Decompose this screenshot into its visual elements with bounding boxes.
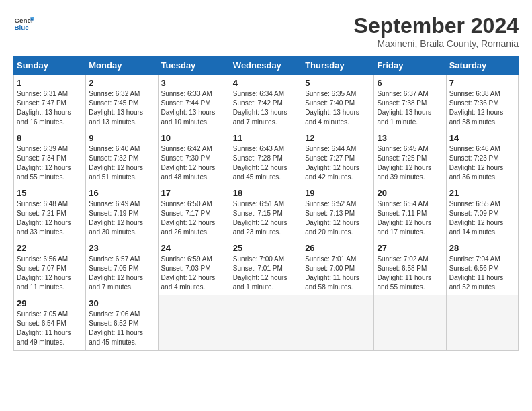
day-detail: Sunrise: 6:48 AMSunset: 7:21 PMDaylight:… (17, 200, 71, 236)
day-detail: Sunrise: 6:46 AMSunset: 7:23 PMDaylight:… (449, 145, 504, 181)
day-number: 17 (161, 188, 227, 198)
day-detail: Sunrise: 7:01 AMSunset: 7:00 PMDaylight:… (305, 255, 359, 291)
table-row: 11 Sunrise: 6:43 AMSunset: 7:28 PMDaylig… (230, 130, 302, 185)
calendar-week-row: 22 Sunrise: 6:56 AMSunset: 7:07 PMDaylig… (14, 240, 519, 295)
day-detail: Sunrise: 6:59 AMSunset: 7:03 PMDaylight:… (161, 255, 216, 291)
weekday-header-row: Sunday Monday Tuesday Wednesday Thursday… (14, 56, 519, 75)
table-row (374, 295, 446, 351)
day-detail: Sunrise: 7:05 AMSunset: 6:54 PMDaylight:… (17, 310, 71, 346)
day-number: 19 (305, 188, 371, 198)
table-row: 23 Sunrise: 6:57 AMSunset: 7:05 PMDaylig… (86, 240, 158, 295)
day-detail: Sunrise: 7:02 AMSunset: 6:58 PMDaylight:… (377, 255, 431, 291)
day-number: 28 (449, 243, 515, 253)
table-row: 22 Sunrise: 6:56 AMSunset: 7:07 PMDaylig… (14, 240, 86, 295)
day-detail: Sunrise: 6:38 AMSunset: 7:36 PMDaylight:… (449, 90, 504, 126)
day-detail: Sunrise: 7:00 AMSunset: 7:01 PMDaylight:… (233, 255, 287, 291)
day-number: 24 (161, 243, 227, 253)
day-number: 21 (449, 188, 515, 198)
day-number: 30 (89, 298, 154, 308)
calendar-week-row: 29 Sunrise: 7:05 AMSunset: 6:54 PMDaylig… (14, 295, 519, 351)
day-detail: Sunrise: 6:54 AMSunset: 7:11 PMDaylight:… (377, 200, 431, 236)
day-number: 3 (161, 78, 227, 88)
day-number: 8 (17, 133, 83, 143)
day-detail: Sunrise: 6:51 AMSunset: 7:15 PMDaylight:… (233, 200, 287, 236)
day-number: 9 (89, 133, 154, 143)
day-detail: Sunrise: 6:52 AMSunset: 7:13 PMDaylight:… (305, 200, 359, 236)
table-row: 24 Sunrise: 6:59 AMSunset: 7:03 PMDaylig… (158, 240, 230, 295)
table-row: 13 Sunrise: 6:45 AMSunset: 7:25 PMDaylig… (374, 130, 446, 185)
calendar-week-row: 15 Sunrise: 6:48 AMSunset: 7:21 PMDaylig… (14, 185, 519, 240)
header-friday: Friday (374, 56, 446, 75)
day-detail: Sunrise: 6:34 AMSunset: 7:42 PMDaylight:… (233, 90, 287, 126)
day-detail: Sunrise: 6:40 AMSunset: 7:32 PMDaylight:… (89, 145, 143, 181)
calendar-subtitle: Maxineni, Braila County, Romania (354, 38, 519, 49)
day-detail: Sunrise: 6:32 AMSunset: 7:45 PMDaylight:… (89, 90, 143, 126)
table-row: 28 Sunrise: 7:04 AMSunset: 6:56 PMDaylig… (446, 240, 518, 295)
day-detail: Sunrise: 6:37 AMSunset: 7:38 PMDaylight:… (377, 90, 431, 126)
table-row (446, 295, 518, 351)
header-sunday: Sunday (14, 56, 86, 75)
day-number: 29 (17, 298, 83, 308)
table-row: 14 Sunrise: 6:46 AMSunset: 7:23 PMDaylig… (446, 130, 518, 185)
table-row (302, 295, 374, 351)
day-number: 23 (89, 243, 154, 253)
header-tuesday: Tuesday (158, 56, 230, 75)
day-number: 25 (233, 243, 299, 253)
day-detail: Sunrise: 6:49 AMSunset: 7:19 PMDaylight:… (89, 200, 143, 236)
table-row (158, 295, 230, 351)
table-row: 16 Sunrise: 6:49 AMSunset: 7:19 PMDaylig… (86, 185, 158, 240)
table-row: 3 Sunrise: 6:33 AMSunset: 7:44 PMDayligh… (158, 75, 230, 130)
day-detail: Sunrise: 6:42 AMSunset: 7:30 PMDaylight:… (161, 145, 216, 181)
table-row (230, 295, 302, 351)
logo-icon: General Blue (13, 13, 34, 34)
day-number: 22 (17, 243, 83, 253)
header-saturday: Saturday (446, 56, 518, 75)
day-detail: Sunrise: 7:04 AMSunset: 6:56 PMDaylight:… (449, 255, 504, 291)
table-row: 15 Sunrise: 6:48 AMSunset: 7:21 PMDaylig… (14, 185, 86, 240)
header-thursday: Thursday (302, 56, 374, 75)
day-number: 10 (161, 133, 227, 143)
table-row: 5 Sunrise: 6:35 AMSunset: 7:40 PMDayligh… (302, 75, 374, 130)
day-number: 18 (233, 188, 299, 198)
table-row: 2 Sunrise: 6:32 AMSunset: 7:45 PMDayligh… (86, 75, 158, 130)
title-area: September 2024 Maxineni, Braila County, … (354, 13, 519, 49)
day-detail: Sunrise: 7:06 AMSunset: 6:52 PMDaylight:… (89, 310, 143, 346)
table-row: 20 Sunrise: 6:54 AMSunset: 7:11 PMDaylig… (374, 185, 446, 240)
table-row: 27 Sunrise: 7:02 AMSunset: 6:58 PMDaylig… (374, 240, 446, 295)
day-detail: Sunrise: 6:45 AMSunset: 7:25 PMDaylight:… (377, 145, 431, 181)
day-number: 11 (233, 133, 299, 143)
day-number: 7 (449, 78, 515, 88)
table-row: 21 Sunrise: 6:55 AMSunset: 7:09 PMDaylig… (446, 185, 518, 240)
table-row: 9 Sunrise: 6:40 AMSunset: 7:32 PMDayligh… (86, 130, 158, 185)
table-row: 26 Sunrise: 7:01 AMSunset: 7:00 PMDaylig… (302, 240, 374, 295)
day-detail: Sunrise: 6:50 AMSunset: 7:17 PMDaylight:… (161, 200, 216, 236)
table-row: 19 Sunrise: 6:52 AMSunset: 7:13 PMDaylig… (302, 185, 374, 240)
calendar-table: Sunday Monday Tuesday Wednesday Thursday… (13, 56, 519, 351)
day-number: 1 (17, 78, 83, 88)
day-number: 26 (305, 243, 371, 253)
day-number: 16 (89, 188, 154, 198)
day-number: 14 (449, 133, 515, 143)
day-detail: Sunrise: 6:57 AMSunset: 7:05 PMDaylight:… (89, 255, 143, 291)
logo: General Blue (13, 13, 34, 34)
table-row: 1 Sunrise: 6:31 AMSunset: 7:47 PMDayligh… (14, 75, 86, 130)
table-row: 4 Sunrise: 6:34 AMSunset: 7:42 PMDayligh… (230, 75, 302, 130)
table-row: 12 Sunrise: 6:44 AMSunset: 7:27 PMDaylig… (302, 130, 374, 185)
day-detail: Sunrise: 6:39 AMSunset: 7:34 PMDaylight:… (17, 145, 71, 181)
day-detail: Sunrise: 6:56 AMSunset: 7:07 PMDaylight:… (17, 255, 71, 291)
table-row: 6 Sunrise: 6:37 AMSunset: 7:38 PMDayligh… (374, 75, 446, 130)
table-row: 17 Sunrise: 6:50 AMSunset: 7:17 PMDaylig… (158, 185, 230, 240)
table-row: 30 Sunrise: 7:06 AMSunset: 6:52 PMDaylig… (86, 295, 158, 351)
calendar-week-row: 1 Sunrise: 6:31 AMSunset: 7:47 PMDayligh… (14, 75, 519, 130)
day-number: 5 (305, 78, 371, 88)
table-row: 18 Sunrise: 6:51 AMSunset: 7:15 PMDaylig… (230, 185, 302, 240)
day-number: 27 (377, 243, 443, 253)
day-detail: Sunrise: 6:31 AMSunset: 7:47 PMDaylight:… (17, 90, 71, 126)
header-wednesday: Wednesday (230, 56, 302, 75)
table-row: 8 Sunrise: 6:39 AMSunset: 7:34 PMDayligh… (14, 130, 86, 185)
calendar-title: September 2024 (354, 13, 519, 38)
calendar-week-row: 8 Sunrise: 6:39 AMSunset: 7:34 PMDayligh… (14, 130, 519, 185)
day-detail: Sunrise: 6:43 AMSunset: 7:28 PMDaylight:… (233, 145, 287, 181)
page-header: General Blue September 2024 Maxineni, Br… (13, 13, 519, 49)
day-number: 13 (377, 133, 443, 143)
